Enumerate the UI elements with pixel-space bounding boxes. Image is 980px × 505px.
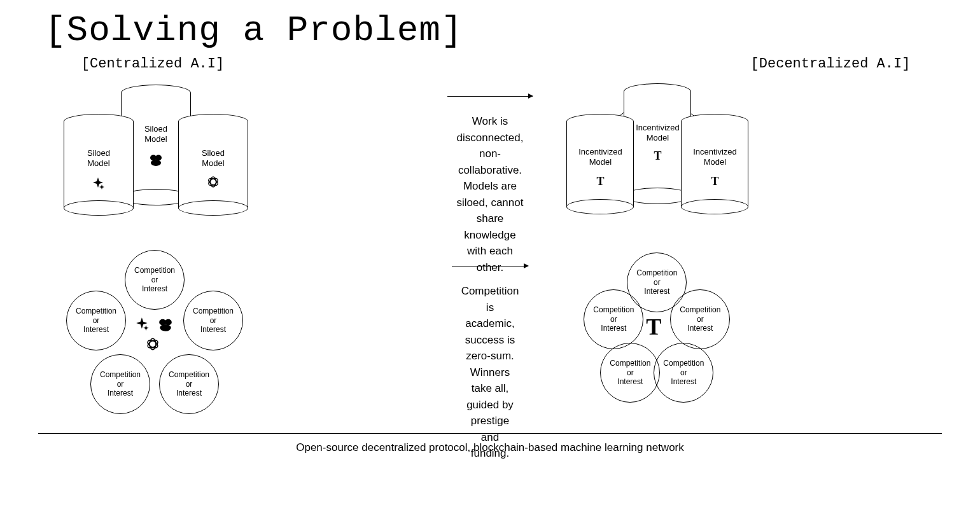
cylinder-silo-left: Siloed Model: [64, 114, 134, 216]
tau-icon: T: [566, 175, 634, 188]
cylinder-incent-right: Incentivized Model T: [681, 114, 748, 214]
circle-competition: CompetitionorInterest: [90, 354, 150, 414]
tau-icon: T: [681, 175, 748, 188]
incent-label-1: Incentivized: [578, 147, 622, 156]
circle-competition: CompetitionorInterest: [183, 291, 243, 350]
silo-label-1: Siloed: [87, 148, 110, 158]
incent-label-1: Incentivized: [636, 123, 680, 132]
row2-caption: Competition is academic, success is zero…: [449, 283, 532, 462]
silo-label-1: Siloed: [144, 124, 167, 134]
sparkle-icon: [92, 176, 106, 193]
arrow-right-icon: [452, 266, 528, 266]
openai-icon: [206, 175, 220, 191]
dots-icon: [149, 153, 163, 170]
arrow-right-icon: [447, 96, 532, 97]
circle-competition: CompetitionorInterest: [584, 289, 643, 349]
header-decentralized: [Decentralized A.I]: [719, 56, 942, 72]
header-centralized: [Centralized A.I]: [38, 56, 267, 72]
silo-label-2: Model: [64, 158, 134, 169]
footer-caption: Open-source decentralized protocol, bloc…: [38, 441, 942, 454]
incent-label-2: Model: [681, 157, 748, 167]
diagram-siloed-models: Siloed Model Siloed Model: [38, 78, 431, 244]
sparkle-icon: [135, 316, 150, 334]
incent-label-1: Incentivized: [693, 147, 737, 156]
cylinder-incent-left: Incentivized Model T: [566, 114, 634, 214]
silo-label-1: Siloed: [202, 148, 225, 158]
diagram-competition-separated: CompetitionorInterest CompetitionorInter…: [38, 247, 436, 419]
row2-middle: Competition is academic, success is zero…: [436, 205, 545, 462]
circle-competition: CompetitionorInterest: [66, 291, 126, 350]
dots-icon: [158, 317, 173, 335]
diagram-incentivized-models: Incentivized Model T Incentivized Model …: [549, 78, 942, 244]
page-title: [Solving a Problem]: [45, 10, 942, 51]
circle-competition: CompetitionorInterest: [600, 343, 660, 403]
cylinder-silo-right: Siloed Model: [178, 114, 248, 216]
incent-label-2: Model: [566, 157, 634, 167]
row-competition: CompetitionorInterest CompetitionorInter…: [38, 247, 942, 419]
openai-icon: [145, 336, 160, 354]
circle-competition: CompetitionorInterest: [654, 343, 713, 403]
circle-competition: CompetitionorInterest: [159, 354, 219, 414]
circle-competition: CompetitionorInterest: [670, 289, 730, 349]
diagram-competition-overlapping: CompetitionorInterest CompetitionorInter…: [544, 247, 942, 419]
silo-label-2: Model: [178, 158, 248, 169]
circle-competition: CompetitionorInterest: [125, 250, 185, 310]
tau-icon: T: [646, 314, 661, 340]
slide: [Solving a Problem] [Centralized A.I] [D…: [0, 0, 980, 454]
